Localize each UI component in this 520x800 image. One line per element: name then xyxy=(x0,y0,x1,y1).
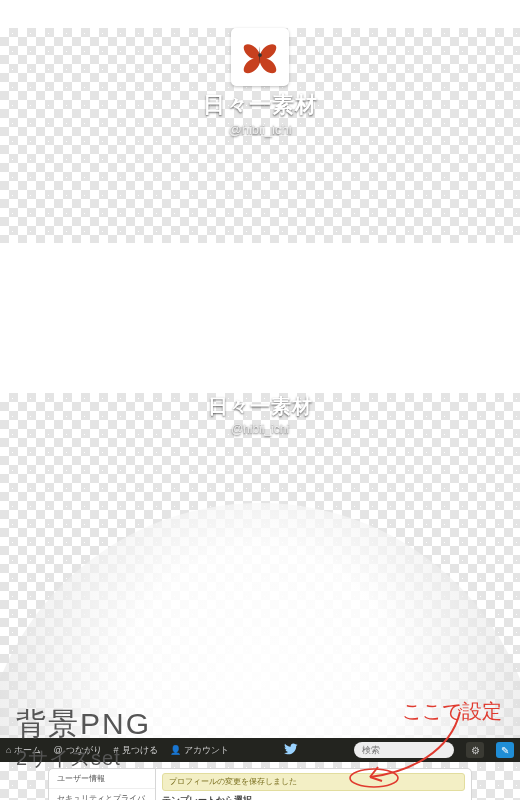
overlay-callout: ここで設定 xyxy=(402,698,502,725)
display-name: 日々一素材 xyxy=(0,393,520,420)
person-icon: 👤 xyxy=(170,745,181,755)
settings-sidebar: ユーザー情報セキュリティとプライバシーパスワードモバイルメール通知プロフィールデ… xyxy=(48,768,156,800)
sidebar-item[interactable]: セキュリティとプライバシー xyxy=(49,789,155,800)
overlay-title: 背景PNG xyxy=(16,704,151,745)
nav-discover-label: 見つける xyxy=(122,744,158,757)
nav-account[interactable]: 👤アカウント xyxy=(170,744,229,757)
flash-message: プロフィールの変更を保存しました xyxy=(162,773,465,791)
search-input[interactable] xyxy=(354,742,454,758)
settings-gear-icon[interactable]: ⚙ xyxy=(466,742,484,758)
nav-account-label: アカウント xyxy=(184,744,229,757)
profile-preview-large: 日々一素材 @hibii_ichi xyxy=(0,393,520,738)
avatar xyxy=(231,28,289,86)
sidebar-item[interactable]: ユーザー情報 xyxy=(49,769,155,789)
home-icon: ⌂ xyxy=(6,745,11,755)
overlay-subtitle: 2サイズset xyxy=(16,745,121,772)
svg-point-0 xyxy=(258,53,262,57)
compose-tweet-button[interactable]: ✎ xyxy=(496,742,514,758)
display-name: 日々一素材 xyxy=(0,90,520,120)
settings-main: プロフィールの変更を保存しました テンプレートから選択 Themeleonを見て… xyxy=(156,768,472,800)
butterfly-icon xyxy=(240,35,280,79)
handle: @hibii_ichi xyxy=(0,422,520,436)
profile-preview-small: 日々一素材 @hibii_ichi xyxy=(0,28,520,243)
template-section-heading: テンプレートから選択 xyxy=(162,795,465,800)
twitter-bird-icon xyxy=(284,742,298,758)
handle: @hibii_ichi xyxy=(0,122,520,137)
